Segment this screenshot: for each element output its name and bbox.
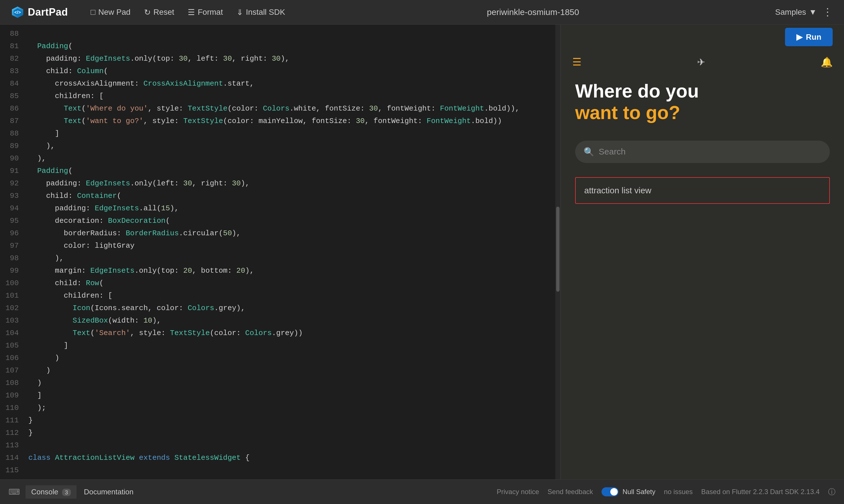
svg-text:</>: </>	[14, 10, 21, 15]
null-safety-label: Null Safety	[622, 488, 655, 496]
keyboard-icon: ⌨	[8, 487, 20, 497]
reset-icon: ↻	[144, 8, 151, 17]
console-tab[interactable]: Console 3	[25, 485, 76, 499]
hero-title-line1: Where do you	[575, 80, 830, 102]
samples-button[interactable]: Samples ▼	[775, 8, 817, 17]
editor-panel: 88 81 82 83 84 85 86 87 88 89 90 91 92 9…	[0, 25, 560, 479]
scrollbar-thumb[interactable]	[556, 206, 560, 292]
console-tabs: Console 3 Documentation	[25, 485, 139, 499]
console-label: Console	[31, 488, 58, 496]
run-label: Run	[806, 33, 821, 42]
phone-topbar: ☰ ✈ 🔔	[561, 49, 844, 75]
reset-label: Reset	[154, 8, 174, 17]
null-safety-toggle[interactable]	[601, 487, 618, 496]
scrollbar[interactable]	[555, 25, 560, 479]
play-icon: ▶	[796, 32, 803, 42]
phone-preview: ☰ ✈ 🔔 Where do you want to go? 🔍 Search …	[561, 49, 844, 479]
main-content: 88 81 82 83 84 85 86 87 88 89 90 91 92 9…	[0, 25, 844, 479]
project-name: periwinkle-osmium-1850	[487, 7, 579, 17]
documentation-tab[interactable]: Documentation	[78, 485, 139, 499]
bottombar: ⌨ Console 3 Documentation Privacy notice…	[0, 479, 844, 504]
send-feedback-link[interactable]: Send feedback	[548, 488, 593, 496]
run-button[interactable]: ▶ Run	[785, 28, 833, 46]
logo-container: </> DartPad	[11, 6, 68, 18]
chevron-down-icon: ▼	[809, 8, 817, 17]
topbar-right: Samples ▼ ⋮	[775, 6, 833, 18]
app-title: DartPad	[28, 6, 68, 18]
topbar-actions: □ New Pad ↻ Reset ☰ Format ⇓ Install SDK	[85, 5, 291, 20]
console-badge: 3	[62, 489, 71, 496]
search-bar[interactable]: 🔍 Search	[575, 141, 830, 163]
reset-button[interactable]: ↻ Reset	[138, 5, 180, 20]
bottombar-right: Privacy notice Send feedback Null Safety…	[497, 487, 836, 497]
preview-panel: ▶ Run ☰ ✈ 🔔 Where do you want to go? 🔍 S…	[560, 25, 844, 479]
documentation-label: Documentation	[84, 488, 134, 496]
new-pad-button[interactable]: □ New Pad	[85, 5, 136, 20]
download-icon: ⇓	[236, 8, 243, 17]
airplane-icon: ✈	[697, 56, 705, 68]
code-editor[interactable]: Padding( padding: EdgeInsets.only(top: 3…	[23, 25, 555, 479]
bell-icon: 🔔	[821, 56, 833, 68]
sdk-version-text: Based on Flutter 2.2.3 Dart SDK 2.13.4	[701, 488, 820, 496]
privacy-notice-link[interactable]: Privacy notice	[497, 488, 539, 496]
info-icon[interactable]: ⓘ	[828, 487, 836, 497]
new-pad-icon: □	[91, 8, 95, 17]
install-sdk-button[interactable]: ⇓ Install SDK	[231, 5, 291, 20]
null-safety-toggle-container: Null Safety	[601, 487, 655, 496]
format-label: Format	[198, 8, 223, 17]
topbar: </> DartPad □ New Pad ↻ Reset ☰ Format ⇓…	[0, 0, 844, 25]
attraction-list-container: attraction list view	[575, 177, 830, 204]
toggle-thumb	[610, 488, 618, 496]
format-button[interactable]: ☰ Format	[182, 5, 229, 20]
install-sdk-label: Install SDK	[246, 8, 285, 17]
dartpad-logo-icon: </>	[11, 6, 24, 18]
hamburger-icon[interactable]: ☰	[572, 56, 581, 68]
samples-label: Samples	[775, 8, 806, 17]
hero-section: Where do you want to go?	[561, 75, 844, 132]
hero-title-line2: want to go?	[575, 102, 830, 124]
preview-topbar: ▶ Run	[561, 25, 844, 49]
more-options-button[interactable]: ⋮	[823, 6, 833, 18]
line-numbers: 88 81 82 83 84 85 86 87 88 89 90 91 92 9…	[0, 25, 23, 479]
attraction-list-text: attraction list view	[584, 186, 651, 195]
status-text: no issues	[664, 488, 692, 496]
code-area[interactable]: 88 81 82 83 84 85 86 87 88 89 90 91 92 9…	[0, 25, 560, 479]
topbar-center: periwinkle-osmium-1850	[291, 7, 775, 17]
format-icon: ☰	[188, 8, 195, 17]
search-placeholder: Search	[599, 147, 626, 157]
new-pad-label: New Pad	[98, 8, 130, 17]
search-icon: 🔍	[584, 147, 594, 157]
